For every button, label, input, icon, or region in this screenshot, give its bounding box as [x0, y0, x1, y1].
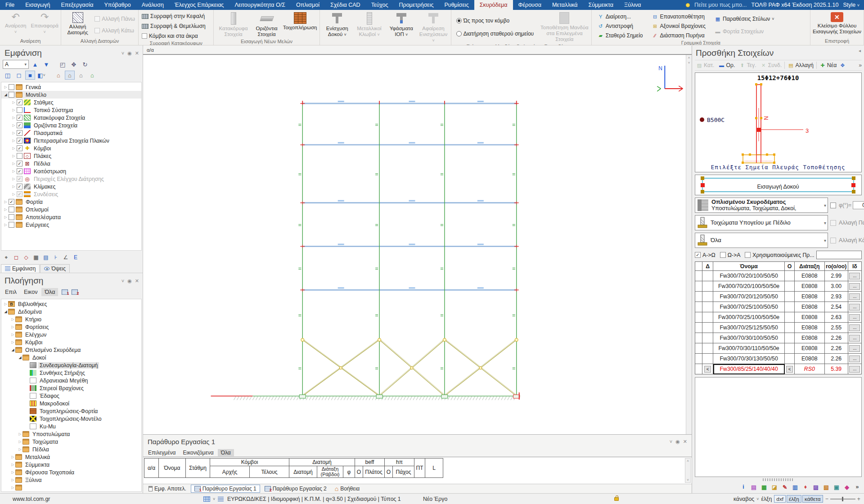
- core-split-button[interactable]: ∕∕Διάσπαση Πυρήνα: [651, 32, 707, 40]
- expander-icon[interactable]: ▷: [3, 215, 8, 219]
- visibility-checkbox[interactable]: [9, 92, 14, 98]
- expander-icon[interactable]: ▷: [11, 154, 16, 158]
- grid-label[interactable]: κάναβος: [734, 496, 754, 502]
- panel-tool-icon[interactable]: ▧: [823, 484, 830, 490]
- element-loads-button[interactable]: ▬Φορτία Στοιχείων: [713, 27, 776, 36]
- display-tree-item[interactable]: ▷✓Φορτία: [1, 198, 141, 206]
- expander-icon[interactable]: ▷: [11, 169, 16, 173]
- display-tree-item[interactable]: ▷✓Κοιτόστρωση: [1, 167, 141, 175]
- nav-tree-item[interactable]: ◢Οπλισμένο Σκυρόδεμα: [1, 346, 141, 354]
- display-tree-item[interactable]: ▷◇Πλάκες: [1, 152, 141, 160]
- browse-cell[interactable]: ...: [848, 271, 861, 281]
- col-aa[interactable]: α/α: [144, 459, 159, 478]
- visibility-checkbox[interactable]: [9, 222, 14, 228]
- nav-tree-item[interactable]: Τοιχοπληρώσεις-Μοντέλο: [1, 415, 141, 423]
- section-name-cell[interactable]: Fw300/70/25/125/50/50: [713, 323, 785, 333]
- nav-tree-item[interactable]: ▷Τοιχώματα: [1, 438, 141, 446]
- expander-icon[interactable]: ▷: [11, 108, 16, 112]
- visibility-checkbox[interactable]: ✓: [17, 184, 22, 189]
- model-rendered-icon[interactable]: ⌂: [65, 71, 75, 80]
- change-bottom-checkbox[interactable]: Αλλαγή Κάτω: [93, 27, 136, 35]
- filter-dropdown[interactable]: Όλα ▾: [695, 233, 828, 248]
- cut-cube-icon[interactable]: ◧˅: [36, 71, 46, 80]
- filter-tab-Εικονιζόμενα[interactable]: Εικονιζόμενα: [180, 449, 217, 456]
- row-select-cell[interactable]: [695, 292, 702, 302]
- expander-icon[interactable]: ▷: [10, 340, 15, 344]
- expander-icon[interactable]: ▷: [3, 207, 8, 212]
- display-tree-item[interactable]: ▷✓Οριζόντια Στοιχεία: [1, 122, 141, 129]
- expander-icon[interactable]: ▷: [11, 131, 16, 135]
- menu-item-Έλεγχος Επάρκειας[interactable]: Έλεγχος Επάρκειας: [169, 0, 230, 10]
- display-tree-item[interactable]: ◢Μοντέλο: [1, 91, 141, 99]
- panel-tool-icon[interactable]: ♦: [802, 484, 809, 490]
- delta-cell[interactable]: [702, 354, 713, 364]
- browse-cell[interactable]: ...: [848, 281, 861, 292]
- delta-cell[interactable]: [702, 333, 713, 343]
- row-select-cell[interactable]: [695, 302, 702, 312]
- expander-icon[interactable]: ▷: [11, 146, 16, 150]
- section-row[interactable]: Fw300/70/30/130/50/50E08082.26...: [695, 354, 862, 364]
- nav-tree-item[interactable]: ▷: [1, 484, 141, 491]
- expander-icon[interactable]: ▷: [11, 184, 16, 189]
- beam-preview[interactable]: Εισαγωγή Δοκού: [695, 175, 862, 195]
- section-row[interactable]: Fw300/70/30/110/50/50eE08082.26...: [695, 343, 862, 354]
- browse-cell[interactable]: ...: [848, 323, 861, 333]
- row-select-cell[interactable]: [695, 364, 702, 374]
- nav-tree-item[interactable]: ▷Κόμβοι: [1, 338, 141, 346]
- browse-button[interactable]: ...: [849, 324, 860, 331]
- expander-icon[interactable]: ▷: [11, 162, 16, 166]
- delta-cell[interactable]: [702, 271, 713, 281]
- expander-icon[interactable]: ◢: [3, 93, 8, 97]
- angle-input[interactable]: 0.0: [853, 201, 864, 209]
- visibility-checkbox[interactable]: ✓: [17, 99, 22, 105]
- col-o1[interactable]: Ο: [355, 466, 363, 478]
- section-row[interactable]: Fw300/70/25/125/50/50E08082.55...: [695, 323, 862, 333]
- zoom-slider[interactable]: −+: [825, 496, 860, 502]
- overflow-icon[interactable]: »: [859, 62, 862, 68]
- browse-cell[interactable]: ...: [848, 354, 861, 364]
- filter-tab-Επιλεγμένα[interactable]: Επιλεγμένα: [145, 449, 179, 456]
- nav-tree-item[interactable]: ▷Φέρουσα Τοιχοποιία: [1, 468, 141, 476]
- expander-icon[interactable]: ▷: [10, 333, 15, 337]
- change-top-checkbox[interactable]: Αλλαγή Πάνω: [93, 15, 136, 23]
- col-phi[interactable]: φ: [343, 466, 355, 478]
- menu-item-File[interactable]: File: [0, 0, 20, 10]
- dimension-icon[interactable]: ⊦: [52, 254, 59, 261]
- visibility-checkbox[interactable]: [9, 214, 14, 220]
- menu-item-Ανάλυση[interactable]: Ανάλυση: [136, 0, 169, 10]
- visibility-checkbox[interactable]: [17, 107, 22, 113]
- properties-form-icon[interactable]: ▤: [42, 254, 50, 261]
- col-pt[interactable]: ΠΤ: [414, 459, 425, 478]
- expander-icon[interactable]: ▷: [10, 470, 15, 474]
- col-node-end[interactable]: Τέλους: [250, 466, 289, 478]
- nav-tree-item[interactable]: ▷Ελέγχων: [1, 331, 141, 338]
- display-tree-item[interactable]: ▷Τοπικό Σύστημα: [1, 106, 141, 114]
- browse-button[interactable]: ...: [849, 293, 860, 300]
- browse-cell[interactable]: ...: [848, 364, 861, 374]
- col-section-group[interactable]: Διατομή: [289, 459, 355, 466]
- style-menu[interactable]: Style ˅: [843, 2, 860, 8]
- nav-tree-item[interactable]: Ku-Mu: [1, 423, 141, 430]
- browse-button[interactable]: ...: [849, 304, 860, 310]
- menu-item-Σκυρόδεμα[interactable]: Σκυρόδεμα: [474, 0, 513, 10]
- section-name-cell[interactable]: Fw300/70/25/100/50/50: [713, 302, 785, 312]
- menu-item-Υπόβαθρο[interactable]: Υπόβαθρο: [99, 0, 136, 10]
- expander-icon[interactable]: ▷: [3, 223, 8, 227]
- menu-item-Ξύλινα[interactable]: Ξύλινα: [619, 0, 646, 10]
- change-bottom-checkbox[interactable]: [830, 238, 836, 243]
- display-tree-item[interactable]: ▷Γενικά: [1, 83, 141, 91]
- pin-icon[interactable]: ◉: [675, 439, 680, 445]
- delta-cell[interactable]: [702, 292, 713, 302]
- insertion-point-handle[interactable]: [757, 128, 761, 132]
- vertical-elements-button[interactable]: Κατακόρυφα Στοιχεία: [217, 11, 250, 38]
- nav-tree-item[interactable]: ▷Ξύλινα: [1, 476, 141, 484]
- display-tree-item[interactable]: ▷✓Πλασματικά: [1, 129, 141, 137]
- expander-icon[interactable]: ▷: [18, 432, 22, 436]
- expander-icon[interactable]: ◢: [3, 310, 8, 314]
- invert-button[interactable]: ↺Αντιστροφή: [596, 22, 644, 30]
- nav-tree-item[interactable]: Μακροδοκοί: [1, 400, 141, 407]
- o-cell[interactable]: [785, 343, 795, 354]
- row-select-cell[interactable]: [695, 312, 702, 323]
- zoom-icon[interactable]: ✥: [839, 63, 846, 68]
- tab-Εμφάνιση[interactable]: Εμφάνιση: [1, 264, 40, 273]
